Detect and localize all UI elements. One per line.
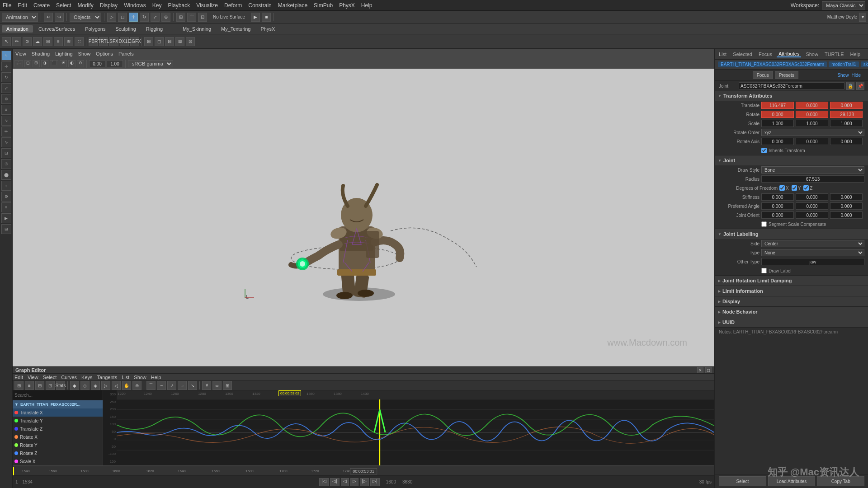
graph-key-tool4[interactable]: ▷ — [101, 381, 110, 390]
graph-tangent-tool1[interactable]: ⌒ — [146, 381, 156, 390]
menu-create[interactable]: Create — [33, 2, 50, 9]
go-to-start-btn[interactable]: |◁ — [319, 478, 329, 486]
snap-tool[interactable]: ⊡ — [1, 148, 11, 158]
pbr-btn[interactable]: PBR — [89, 37, 98, 46]
vp-menu-options[interactable]: Options — [96, 51, 113, 56]
vp-menu-view[interactable]: View — [15, 51, 26, 56]
display-header[interactable]: ▶ Display — [715, 296, 868, 306]
tab-my-skinning[interactable]: My_Skinning — [178, 25, 216, 33]
go-to-end-btn[interactable]: ▷| — [370, 478, 380, 486]
menu-edit[interactable]: Edit — [18, 2, 27, 9]
lasso-icon-btn[interactable]: ⊙ — [23, 37, 32, 46]
vp-val1-input[interactable] — [89, 60, 105, 67]
animation-mode-dropdown[interactable]: Animation — [2, 13, 38, 22]
radius-input[interactable] — [761, 175, 864, 183]
play-back-btn[interactable]: ◁ — [341, 478, 349, 486]
vp-menu-shading[interactable]: Shading — [32, 51, 50, 56]
rtab-show[interactable]: Show — [804, 52, 820, 57]
stiffness-y-input[interactable] — [796, 193, 828, 201]
menu-modify[interactable]: Modify — [77, 2, 93, 9]
vp-shaded-btn[interactable]: ◑ — [41, 60, 48, 67]
tab-curves-surfaces[interactable]: Curves/Surfaces — [34, 25, 80, 33]
rotate-tool[interactable]: ↻ — [1, 72, 11, 82]
graph-tree-translatey[interactable]: Translate Y — [13, 417, 103, 425]
menu-help[interactable]: Help — [361, 2, 373, 9]
rtab-focus[interactable]: Focus — [757, 52, 774, 57]
scale-z-input[interactable] — [830, 120, 863, 127]
timeline-ruler-strip[interactable]: 1540 1560 1580 1600 1620 1640 1660 1680 … — [13, 466, 714, 476]
scale-btn[interactable]: ⤢ — [151, 13, 160, 22]
graph-tree-rotatez[interactable]: Rotate Z — [13, 449, 103, 457]
graph-pan-tool[interactable]: ✋ — [122, 381, 131, 390]
vp-menu-lighting[interactable]: Lighting — [55, 51, 73, 56]
curve-tool[interactable]: ∿ — [1, 137, 11, 147]
trtl-btn[interactable]: TRTL — [99, 37, 108, 46]
menu-select[interactable]: Select — [56, 2, 71, 9]
dof-x-checkbox[interactable] — [779, 185, 785, 191]
select-bottom-btn[interactable]: Select — [719, 476, 766, 486]
render-btn[interactable]: ▶ — [251, 13, 260, 22]
graph-tree-translatex[interactable]: Translate X — [13, 408, 103, 417]
menu-simpub[interactable]: SimPub — [314, 2, 333, 9]
menu-visualize[interactable]: Visualize — [196, 2, 218, 9]
lasso-btn[interactable]: ◻ — [118, 13, 127, 22]
graph-tree-root[interactable]: ▼ EARTH_TITAN_FBXASC032R... — [13, 400, 103, 408]
scale-x-input[interactable] — [761, 120, 794, 127]
layer-tool[interactable]: ≡ — [1, 202, 11, 212]
vp-select-mode-btn[interactable]: ◻ — [24, 60, 31, 67]
undo-btn[interactable]: ↩ — [44, 13, 53, 22]
menu-constrain[interactable]: Constrain — [248, 2, 271, 9]
graph-tree-rotatey[interactable]: Rotate Y — [13, 441, 103, 449]
snap-point-btn[interactable]: ⊡ — [198, 13, 207, 22]
menu-playback[interactable]: Playback — [168, 2, 190, 9]
paint-tool[interactable]: ✏ — [1, 127, 11, 136]
menu-file[interactable]: File — [3, 2, 11, 9]
graph-menu-show[interactable]: Show — [134, 375, 146, 380]
vp-menu-show[interactable]: Show — [78, 51, 91, 56]
graph-menu-list[interactable]: List — [122, 375, 129, 380]
graph-tool-3[interactable]: ⊟ — [35, 381, 44, 390]
graph-tree-scalex[interactable]: Scale X — [13, 457, 103, 465]
segment-scale-checkbox[interactable] — [761, 221, 767, 227]
graph-tool-1[interactable]: ⊞ — [14, 381, 24, 390]
graph-menu-select[interactable]: Select — [43, 375, 57, 380]
measure-tool[interactable]: ↕ — [1, 181, 11, 191]
node-behavior-header[interactable]: ▶ Node Behavior — [715, 307, 868, 317]
graph-tool-4[interactable]: ⊡ — [46, 381, 55, 390]
channel-btn[interactable]: ⊡ — [186, 37, 195, 46]
extra-tool[interactable]: ⊞ — [1, 224, 11, 234]
play-fwd-btn[interactable]: ▷ — [350, 478, 359, 486]
particles-icon-btn[interactable]: ∷ — [75, 37, 84, 46]
graph-tree-rotatex[interactable]: Rotate X — [13, 433, 103, 441]
quad-view-btn[interactable]: ⊟ — [165, 37, 174, 46]
vp-wireframe-btn[interactable]: ⊞ — [33, 60, 40, 67]
fluid-icon-btn[interactable]: ≋ — [64, 37, 73, 46]
render-tool[interactable]: ▶ — [1, 213, 11, 223]
menu-key[interactable]: Key — [152, 2, 162, 9]
cloth-icon-btn[interactable]: ⊟ — [43, 37, 52, 46]
graph-key-tool1[interactable]: ◆ — [70, 381, 79, 390]
dof-y-checkbox[interactable] — [792, 185, 797, 191]
jrld-header[interactable]: ▶ Joint Rotation Limit Damping — [715, 276, 868, 286]
rotate-axis-y-input[interactable] — [796, 138, 828, 145]
graph-tangent-tool4[interactable]: → — [178, 381, 187, 390]
graph-menu-keys[interactable]: Keys — [81, 375, 92, 380]
universal-manip-tool[interactable]: ⊕ — [1, 94, 11, 104]
graph-float-btn[interactable]: □ — [705, 367, 712, 373]
graph-key-tool5[interactable]: ◁ — [112, 381, 121, 390]
graph-menu-edit[interactable]: Edit — [14, 375, 23, 380]
breadcrumb-skincluster[interactable]: skinCluster — [861, 61, 868, 67]
sculpt-tool[interactable]: ∿ — [1, 116, 11, 126]
select-tool[interactable]: ↖ — [1, 51, 11, 61]
preferred-angle-z-input[interactable] — [830, 202, 863, 210]
graph-buffer-btn[interactable]: ⊞ — [223, 381, 232, 390]
menu-physx[interactable]: PhysX — [339, 2, 355, 9]
translate-x-input[interactable] — [761, 102, 794, 109]
tab-polygons[interactable]: Polygons — [80, 25, 110, 33]
eye-dropper-tool[interactable]: ⬤ — [1, 170, 11, 180]
graph-tangent-tool2[interactable]: ⌢ — [157, 381, 166, 390]
graph-menu-tangents[interactable]: Tangents — [97, 375, 118, 380]
joint-lock-btn[interactable]: 🔒 — [846, 82, 854, 90]
move-btn[interactable]: ✛ — [129, 13, 138, 22]
rtab-attributes[interactable]: Attributes — [777, 51, 801, 57]
